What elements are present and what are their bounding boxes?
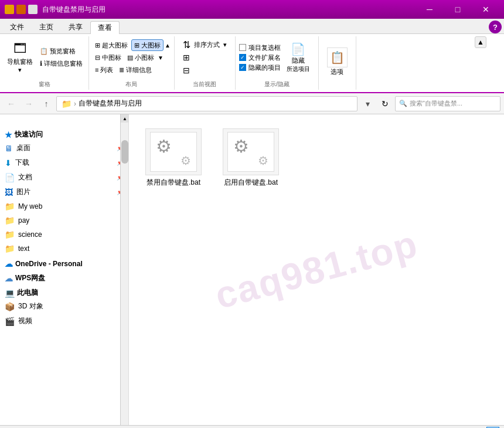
small-icons-button[interactable]: ▤ 小图标 [125,52,156,63]
list-label: 列表 [100,66,113,74]
group-icon: ⊞ [183,53,190,62]
file-area: caq981.top ⚙ ⚙ 禁用自带键盘.bat ⚙ ⚙ [129,114,504,425]
options-group-label [322,87,352,90]
add-columns-button[interactable]: ⊟ [181,64,229,76]
bat-icon-bg-enable: ⚙ ⚙ [227,132,274,172]
ribbon-group-show-hide: 项目复选框 ✓ 文件扩展名 ✓ 隐藏的项目 📄 隐藏所选项目 显示/隐藏 [236,36,319,90]
forward-button[interactable]: → [21,96,36,111]
hidden-items-label: 隐藏的项目 [248,63,281,72]
group-by-button[interactable]: ⊞ [181,52,229,63]
extra-large-icons-button[interactable]: ⊞ 超大图标 [93,39,130,51]
list-icon: ≡ [95,66,98,73]
list-button[interactable]: ≡ 列表 [93,64,115,76]
show-hide-group-label: 显示/隐藏 [239,79,315,90]
sidebar-item-science[interactable]: 📁 science [0,227,128,242]
sidebar-item-desktop[interactable]: 🖥 桌面 📌 [0,141,128,155]
quick-access-header[interactable]: ★ 快速访问 [0,126,128,141]
close-button[interactable]: ✕ [472,0,499,19]
downloads-icon: ⬇ [5,158,12,168]
file-ext-toggle[interactable]: ✓ 文件扩展名 [239,53,281,62]
options-button[interactable]: 📋 选项 [322,45,352,78]
wps-header[interactable]: ☁ WPS网盘 [0,270,128,284]
3d-icon: 📦 [5,302,15,311]
tab-share[interactable]: 共享 [61,21,90,33]
pane-group-label: 窗格 [4,79,85,90]
extra-large-label: 超大图标 [102,41,128,50]
medium-icons-button[interactable]: ⊟ 中图标 [93,52,124,63]
help-button[interactable]: ? [489,21,502,33]
file-thumbnail-enable: ⚙ ⚙ [223,128,279,175]
layout-expand-button-2[interactable]: ▼ [158,52,164,63]
bat-gears-enable: ⚙ ⚙ [233,136,268,168]
layout-group-content: ⊞ 超大图标 ⊞ 大图标 ▲ ⊟ 中图标 ▤ [93,36,171,79]
large-icons-button[interactable]: ⊞ 大图标 [131,39,164,51]
item-checkbox-toggle[interactable]: 项目复选框 [239,43,281,52]
file-label-disable: 禁用自带键盘.bat [147,178,200,188]
sidebar-item-text[interactable]: 📁 text [0,242,128,256]
tab-file[interactable]: 文件 [2,21,32,33]
address-bar: ← → ↑ 📁 › 自带键盘禁用与启用 ▾ ↻ 🔍 搜索"自带键盘禁... [0,93,504,114]
ribbon-tabs: 文件 主页 共享 查看 ? [0,19,504,34]
refresh-button[interactable]: ↻ [377,96,393,111]
this-pc-icon: 💻 [5,288,15,298]
path-icon: 📁 [62,99,71,108]
file-item-disable[interactable]: ⚙ ⚙ 禁用自带键盘.bat [138,124,209,192]
address-path[interactable]: 📁 › 自带键盘禁用与启用 [56,96,357,111]
hidden-items-toggle[interactable]: ✓ 隐藏的项目 [239,63,281,72]
file-item-enable[interactable]: ⚙ ⚙ 启用自带键盘.bat [216,124,286,192]
this-pc-header[interactable]: 💻 此电脑 [0,284,128,299]
details-button[interactable]: ≣ 详细信息 [117,64,154,76]
layout-row-top: ⊞ 超大图标 ⊞ 大图标 ▲ [93,39,171,51]
wps-icon: ☁ [5,274,13,283]
medium-label: 中图标 [102,53,121,62]
ribbon-collapse-button[interactable]: ▲ [475,36,486,48]
hide-selected-button[interactable]: 📄 隐藏所选项目 [282,41,315,74]
sidebar-scroll-up[interactable]: ▲ [121,114,129,123]
navigation-pane-button[interactable]: 🗔 导航窗格▾ [4,41,36,74]
window-title: 自带键盘禁用与启用 [42,5,416,15]
main-area: ▲ ★ 快速访问 🖥 桌面 📌 ⬇ 下载 📌 📄 文档 📌 🖼 图片 📌 [0,114,504,425]
documents-icon: 📄 [5,173,15,182]
sidebar-scrollbar-thumb[interactable] [121,140,128,164]
current-view-label: 当前视图 [178,79,231,90]
maximize-button[interactable]: □ [444,0,471,19]
sidebar-scrollbar[interactable]: ▲ ▼ [120,114,128,425]
title-bar-icons [5,5,38,14]
sidebar-item-pay[interactable]: 📁 pay [0,213,128,227]
sidebar-item-3d[interactable]: 📦 3D 对象 [0,299,128,314]
details-view-label: 详细信息 [126,66,152,74]
search-placeholder: 搜索"自带键盘禁... [410,99,462,108]
dropdown-path-button[interactable]: ▾ [360,96,375,111]
sidebar-item-documents[interactable]: 📄 文档 📌 [0,170,128,185]
tab-view[interactable]: 查看 [90,21,120,34]
sidebar-item-video[interactable]: 🎬 视频 [0,314,128,328]
layout-expand-button[interactable]: ▲ [165,39,171,51]
details-pane-button[interactable]: ℹ 详细信息窗格 [38,58,85,70]
tab-home[interactable]: 主页 [32,21,61,33]
minimize-button[interactable]: ─ [416,0,443,19]
layout-row-mid: ⊟ 中图标 ▤ 小图标 ▼ [93,52,171,63]
search-icon: 🔍 [399,100,407,107]
documents-label: 文档 [18,172,32,182]
sidebar-item-pictures[interactable]: 🖼 图片 📌 [0,185,128,199]
hide-label: 隐藏所选项目 [287,56,310,73]
file-thumbnail-disable: ⚙ ⚙ [145,128,202,175]
file-ext-box: ✓ [239,54,246,61]
gear4-icon: ⚙ [258,154,268,168]
onedrive-header[interactable]: ☁ OneDrive - Personal [0,256,128,270]
pane-small-group: 📋 预览窗格 ℹ 详细信息窗格 [38,46,85,70]
ribbon-bar: 🗔 导航窗格▾ 📋 预览窗格 ℹ 详细信息窗格 窗格 ⊞ [0,34,504,93]
large-label: 大图标 [141,41,161,50]
current-view-content: ⇅ 排序方式 ▾ ⊞ ⊟ [178,36,231,79]
title-icon-yellow [5,5,14,14]
file-label-enable: 启用自带键盘.bat [224,178,278,188]
search-box[interactable]: 🔍 搜索"自带键盘禁... [395,96,500,111]
sort-by-button[interactable]: ⇅ 排序方式 ▾ [181,39,229,50]
back-button[interactable]: ← [4,96,19,111]
up-button[interactable]: ↑ [39,96,54,111]
sidebar-item-myweb[interactable]: 📁 My web [0,199,128,213]
title-controls: ─ □ ✕ [416,0,499,19]
sidebar-item-downloads[interactable]: ⬇ 下载 📌 [0,155,128,170]
item-checkbox-label: 项目复选框 [248,43,281,52]
preview-pane-button[interactable]: 📋 预览窗格 [38,46,85,57]
